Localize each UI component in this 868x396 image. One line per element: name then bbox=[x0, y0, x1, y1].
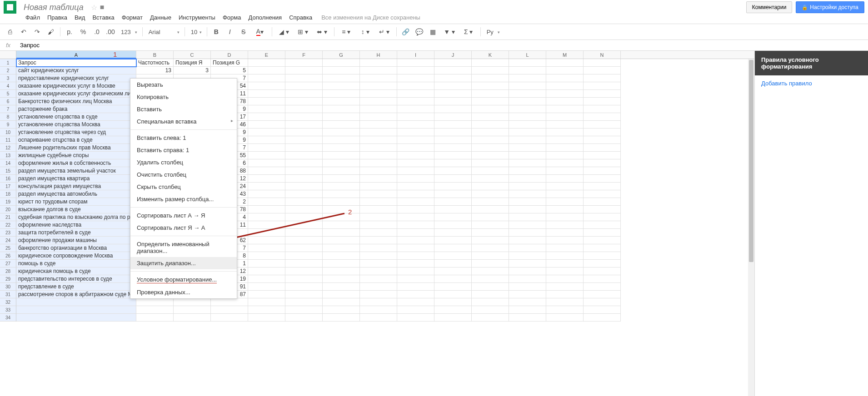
cell[interactable] bbox=[248, 59, 285, 67]
cell[interactable] bbox=[509, 74, 546, 82]
cell[interactable] bbox=[472, 314, 509, 322]
cell[interactable] bbox=[323, 229, 360, 237]
cell[interactable] bbox=[546, 105, 584, 113]
cell[interactable] bbox=[472, 183, 509, 190]
cell[interactable] bbox=[546, 252, 584, 260]
cell[interactable] bbox=[546, 82, 584, 90]
input-tools[interactable]: Ру bbox=[484, 27, 502, 37]
add-rule-link[interactable]: Добавить правило bbox=[755, 75, 868, 91]
cell[interactable]: Банкротство физических лиц Москва bbox=[16, 98, 136, 105]
cell[interactable] bbox=[285, 314, 323, 322]
cell[interactable] bbox=[360, 298, 397, 306]
undo-icon[interactable]: ↶ bbox=[17, 26, 30, 38]
context-menu-item[interactable]: Вырезать bbox=[130, 79, 237, 91]
cell[interactable] bbox=[397, 136, 434, 144]
star-icon[interactable]: ☆ bbox=[91, 3, 97, 12]
cell[interactable]: 5 bbox=[211, 67, 248, 74]
cell[interactable] bbox=[323, 67, 360, 74]
cell[interactable]: Позиция G bbox=[211, 59, 248, 67]
cell[interactable] bbox=[584, 198, 621, 206]
cell[interactable] bbox=[360, 144, 397, 152]
cell[interactable] bbox=[323, 260, 360, 267]
cell[interactable] bbox=[248, 206, 285, 213]
cell[interactable] bbox=[546, 74, 584, 82]
currency-format[interactable]: р. bbox=[63, 26, 76, 38]
row-header[interactable]: 29 bbox=[0, 275, 16, 283]
cell[interactable] bbox=[584, 113, 621, 121]
context-menu-item[interactable]: Сортировать лист А → Я bbox=[130, 209, 237, 222]
cell[interactable]: жилищные судебные споры bbox=[16, 152, 136, 159]
cell[interactable] bbox=[584, 136, 621, 144]
fill-color-icon[interactable]: ◢ ▾ bbox=[275, 26, 293, 38]
cell[interactable] bbox=[584, 105, 621, 113]
cell[interactable] bbox=[285, 59, 323, 67]
dec-decrease[interactable]: .0 bbox=[90, 26, 103, 38]
cell[interactable] bbox=[248, 267, 285, 275]
cell[interactable]: защита потребителей в суде bbox=[16, 229, 136, 237]
cell[interactable] bbox=[323, 213, 360, 221]
cell[interactable] bbox=[323, 306, 360, 314]
cell[interactable] bbox=[546, 136, 584, 144]
cell[interactable] bbox=[472, 144, 509, 152]
cell[interactable] bbox=[248, 105, 285, 113]
cell[interactable] bbox=[16, 314, 136, 322]
cell[interactable] bbox=[546, 121, 584, 129]
menu-data[interactable]: Данные bbox=[146, 13, 175, 22]
row-header[interactable]: 21 bbox=[0, 213, 16, 221]
cell[interactable] bbox=[546, 283, 584, 291]
cell[interactable] bbox=[323, 252, 360, 260]
cell[interactable] bbox=[285, 229, 323, 237]
cell[interactable] bbox=[360, 190, 397, 198]
cell[interactable]: Частотность bbox=[136, 59, 174, 67]
cell[interactable] bbox=[546, 159, 584, 167]
cell[interactable] bbox=[360, 105, 397, 113]
cell[interactable] bbox=[285, 298, 323, 306]
cell[interactable] bbox=[584, 206, 621, 213]
col-header-D[interactable]: D bbox=[211, 51, 248, 59]
context-menu-item[interactable]: Проверка данных... bbox=[130, 286, 237, 298]
cell[interactable] bbox=[136, 306, 174, 314]
cell[interactable] bbox=[509, 59, 546, 67]
cell[interactable] bbox=[323, 105, 360, 113]
cell[interactable] bbox=[472, 283, 509, 291]
cell[interactable] bbox=[211, 306, 248, 314]
cell[interactable] bbox=[285, 67, 323, 74]
cell[interactable] bbox=[397, 129, 434, 136]
cell[interactable] bbox=[248, 283, 285, 291]
cell[interactable] bbox=[360, 183, 397, 190]
context-menu-item[interactable]: Копировать bbox=[130, 91, 237, 103]
cell[interactable] bbox=[546, 129, 584, 136]
cell[interactable] bbox=[397, 144, 434, 152]
cell[interactable] bbox=[546, 206, 584, 213]
cell[interactable] bbox=[509, 167, 546, 175]
cell[interactable] bbox=[434, 229, 472, 237]
col-header-F[interactable]: F bbox=[285, 51, 323, 59]
cell[interactable] bbox=[584, 159, 621, 167]
cell[interactable] bbox=[546, 190, 584, 198]
cell[interactable]: предоставление юридических услуг bbox=[16, 74, 136, 82]
row-header[interactable]: 6 bbox=[0, 98, 16, 105]
context-menu-item[interactable]: Удалить столбец bbox=[130, 156, 237, 168]
formula-input[interactable] bbox=[16, 41, 868, 50]
cell[interactable] bbox=[509, 152, 546, 159]
cell[interactable] bbox=[360, 98, 397, 105]
cell[interactable] bbox=[360, 244, 397, 252]
cell[interactable] bbox=[584, 98, 621, 105]
cell[interactable]: установление отцовства через суд bbox=[16, 129, 136, 136]
cell[interactable] bbox=[509, 159, 546, 167]
cell[interactable]: представительство интересов в суде bbox=[16, 275, 136, 283]
cell[interactable] bbox=[584, 90, 621, 98]
cell[interactable] bbox=[434, 237, 472, 244]
cell[interactable]: раздел имущества земельный участок bbox=[16, 167, 136, 175]
cell[interactable] bbox=[323, 74, 360, 82]
cell[interactable]: оказание юридических услуг физическим ли… bbox=[16, 90, 136, 98]
col-header-J[interactable]: J bbox=[434, 51, 472, 59]
cell[interactable] bbox=[323, 314, 360, 322]
cell[interactable]: оформление продажи машины bbox=[16, 237, 136, 244]
cell[interactable] bbox=[397, 237, 434, 244]
cell[interactable] bbox=[285, 190, 323, 198]
cell[interactable] bbox=[360, 159, 397, 167]
cell[interactable] bbox=[472, 67, 509, 74]
cell[interactable] bbox=[434, 90, 472, 98]
row-header[interactable]: 34 bbox=[0, 314, 16, 322]
